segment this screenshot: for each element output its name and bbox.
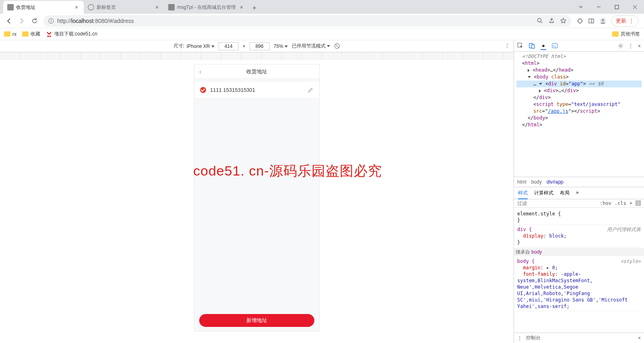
tab[interactable]: msgTpl - 在线商城后台管理 ×: [164, 1, 249, 14]
svg-point-7: [51, 19, 52, 20]
close-icon[interactable]: ×: [73, 4, 80, 10]
filter-input[interactable]: [517, 200, 597, 206]
kebab-icon[interactable]: ⋮: [628, 43, 633, 49]
tab-active[interactable]: 收货地址 ×: [3, 1, 84, 14]
bookmarks-bar: rx 收藏 项目下载:code51.cn 其他书签: [0, 28, 644, 40]
tab[interactable]: 新标签页 ×: [84, 1, 164, 14]
breadcrumb[interactable]: htmlbodydiv#app: [514, 177, 644, 187]
console-tab-icon[interactable]: [552, 43, 558, 49]
chevron-down-icon[interactable]: [572, 1, 590, 13]
url-text: http://localhost:8080/#/address: [57, 18, 134, 24]
browser-tab-strip: 收货地址 × 新标签页 × msgTpl - 在线商城后台管理 × +: [0, 0, 644, 14]
forward-button[interactable]: [16, 15, 27, 27]
svg-rect-0: [7, 4, 14, 10]
kebab-icon[interactable]: ⋮: [505, 43, 510, 48]
edit-icon[interactable]: [308, 87, 314, 93]
console-drawer: ⋮ 控制台 ×: [514, 333, 644, 343]
size-label: 尺寸:: [173, 43, 184, 50]
page-title: 收货地址: [246, 68, 267, 75]
close-icon[interactable]: ×: [638, 335, 641, 341]
times-label: ×: [243, 43, 246, 49]
throttle-select[interactable]: 已停用节流模式: [292, 43, 330, 50]
new-tab-button[interactable]: +: [249, 2, 260, 14]
tab-title: 新标签页: [97, 4, 151, 11]
side-panel-icon[interactable]: [588, 18, 594, 24]
svg-rect-23: [637, 202, 639, 204]
rotate-icon[interactable]: [334, 43, 340, 49]
gear-icon[interactable]: [618, 43, 623, 49]
address-item[interactable]: 1111 15315315301: [194, 82, 319, 98]
dom-tree[interactable]: <!DOCTYPE html> <html> <head>…</head> <b…: [514, 52, 644, 177]
watermark-text: code51. cn-源码乐园盗图必究: [193, 162, 382, 180]
star-icon[interactable]: [560, 18, 566, 24]
svg-rect-18: [532, 45, 535, 48]
close-icon[interactable]: ×: [638, 43, 641, 49]
close-icon[interactable]: ×: [154, 4, 160, 10]
svg-rect-2: [168, 4, 175, 10]
profile-icon[interactable]: [599, 17, 607, 25]
svg-rect-10: [589, 19, 594, 23]
checked-icon[interactable]: [200, 87, 206, 93]
hov-toggle[interactable]: :hov: [600, 200, 611, 206]
styles-filter-row: :hov .cls +: [514, 199, 644, 208]
console-tab[interactable]: 控制台: [526, 335, 541, 341]
bookmark-fav[interactable]: 收藏: [22, 31, 40, 37]
maximize-button[interactable]: [608, 1, 626, 13]
new-rule-button[interactable]: +: [630, 200, 632, 206]
device-select[interactable]: iPhone XR: [187, 43, 215, 49]
styles-tabs: 样式 计算样式 布局 »: [514, 187, 644, 199]
tab-more[interactable]: »: [576, 190, 579, 196]
search-icon[interactable]: [537, 18, 543, 24]
folder-icon: [22, 31, 29, 37]
reload-button[interactable]: [29, 15, 40, 27]
ruler: [0, 52, 514, 60]
back-button[interactable]: [3, 15, 14, 27]
cls-toggle[interactable]: .cls: [615, 200, 626, 206]
tab-computed[interactable]: 计算样式: [534, 190, 553, 196]
tab-title: 收货地址: [16, 4, 71, 11]
svg-point-8: [538, 19, 541, 22]
svg-point-19: [542, 45, 545, 47]
svg-rect-22: [636, 201, 640, 205]
bookmark-rx[interactable]: rx: [4, 31, 17, 37]
box-model-icon[interactable]: [636, 200, 641, 206]
svg-line-15: [335, 44, 339, 48]
address-bar[interactable]: http://localhost:8080/#/address: [43, 15, 571, 27]
selected-dom-node[interactable]: … <div id="app"> == $0: [516, 81, 642, 87]
browser-toolbar: http://localhost:8080/#/address 更新⋮: [0, 14, 644, 28]
zoom-select[interactable]: 75%: [274, 43, 288, 49]
inspect-icon[interactable]: [517, 43, 523, 49]
site-icon: [46, 31, 52, 37]
extensions-icon[interactable]: [577, 18, 583, 24]
share-icon[interactable]: [549, 18, 555, 24]
tab-styles[interactable]: 样式: [518, 190, 528, 199]
info-icon: [48, 18, 54, 24]
styles-pane[interactable]: element.style { } 用户代理样式表div { display: …: [514, 208, 644, 333]
favicon-icon: [7, 4, 14, 10]
device-mode-icon[interactable]: [529, 43, 535, 49]
kebab-icon[interactable]: ⋮: [517, 335, 522, 341]
update-button[interactable]: 更新⋮: [611, 15, 638, 27]
devtools-header: ⋮ ×: [514, 40, 644, 52]
mobile-preview: ‹ 收货地址 1111 15315315301 新增地址: [194, 64, 319, 331]
address-text: 1111 15315315301: [210, 87, 303, 93]
devtools-panel: ⋮ × <!DOCTYPE html> <html> <head>…</head…: [514, 40, 644, 343]
svg-line-9: [541, 22, 542, 23]
favicon-icon: [88, 4, 94, 10]
svg-rect-20: [552, 43, 557, 48]
close-button[interactable]: [626, 1, 644, 13]
back-icon[interactable]: ‹: [199, 68, 201, 75]
folder-icon: [612, 31, 619, 37]
width-input[interactable]: 414: [219, 42, 239, 50]
add-address-button[interactable]: 新增地址: [199, 314, 314, 327]
bookmark-download[interactable]: 项目下载:code51.cn: [46, 31, 97, 37]
tab-layout[interactable]: 布局: [560, 190, 570, 196]
elements-tab-icon[interactable]: [541, 44, 546, 50]
bookmark-other[interactable]: 其他书签: [612, 31, 640, 37]
close-icon[interactable]: ×: [238, 4, 245, 10]
svg-point-13: [602, 19, 604, 21]
height-input[interactable]: 896: [250, 42, 270, 50]
device-toolbar: 尺寸: iPhone XR 414 × 896 75% 已停用节流模式 ⋮: [0, 40, 514, 52]
mobile-header: ‹ 收货地址: [194, 64, 319, 79]
minimize-button[interactable]: [590, 1, 608, 13]
